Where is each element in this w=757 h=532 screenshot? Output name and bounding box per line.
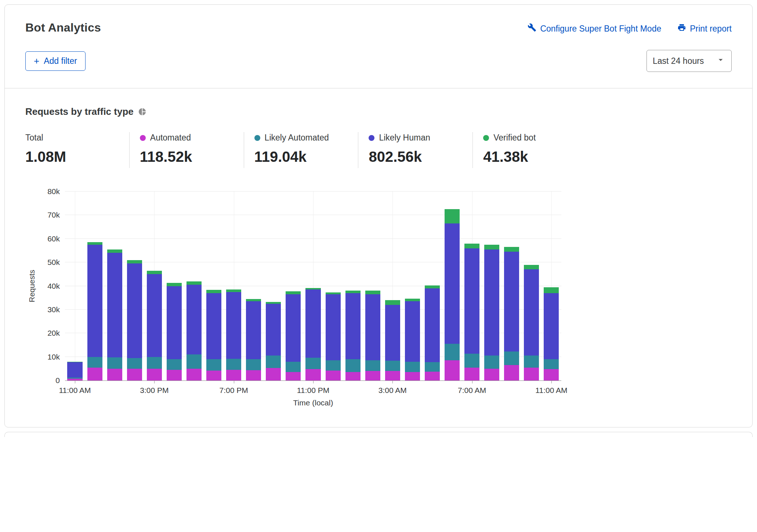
bar-segment-verified-bot: [405, 299, 420, 302]
stacked-bar[interactable]: [127, 192, 142, 380]
stat-automated: Automated118.52k: [129, 132, 244, 168]
bar-slot: [482, 192, 502, 380]
plus-icon: +: [34, 57, 39, 65]
bar-slot: [85, 192, 105, 380]
stat-value: 119.04k: [254, 149, 358, 165]
bar-segment-likely-automated: [464, 354, 479, 367]
stacked-bar[interactable]: [365, 192, 380, 380]
bar-slot: [224, 192, 244, 380]
bar-slot: [383, 192, 402, 380]
stat-total: Total1.08M: [25, 132, 129, 168]
stacked-bar[interactable]: [286, 192, 301, 380]
bar-segment-likely-human: [425, 288, 440, 362]
bar-segment-likely-automated: [484, 356, 499, 368]
bar-segment-likely-automated: [186, 354, 202, 369]
stacked-bar[interactable]: [186, 192, 202, 380]
stacked-bar[interactable]: [405, 192, 420, 380]
print-report-link[interactable]: Print report: [677, 23, 732, 34]
time-range-select[interactable]: Last 24 hours: [646, 50, 732, 72]
y-tick-label: 40k: [47, 282, 60, 291]
bar-segment-verified-bot: [186, 281, 202, 285]
bar-segment-automated: [524, 368, 539, 380]
stacked-bar[interactable]: [266, 192, 281, 380]
stacked-bar[interactable]: [345, 192, 361, 380]
y-tick-label: 30k: [47, 305, 60, 314]
stacked-bar[interactable]: [524, 192, 539, 380]
bar-segment-likely-automated: [266, 356, 281, 368]
add-filter-button[interactable]: + Add filter: [25, 51, 86, 71]
bar-segment-automated: [504, 365, 519, 380]
bar-segment-automated: [464, 368, 479, 380]
next-card-stub: [4, 432, 753, 437]
stacked-bar[interactable]: [385, 192, 400, 380]
wrench-icon: [528, 23, 536, 34]
bar-segment-likely-human: [405, 301, 420, 361]
bar-segment-likely-automated: [524, 356, 539, 367]
bar-segment-verified-bot: [286, 291, 301, 294]
bar-segment-likely-human: [524, 269, 539, 356]
stacked-bar[interactable]: [167, 192, 182, 380]
legend-dot: [254, 135, 260, 141]
bar-segment-likely-human: [246, 301, 261, 359]
x-tick-label: 11:00 AM: [535, 386, 567, 395]
bar-segment-likely-human: [544, 293, 559, 359]
x-tick-mark: [551, 381, 552, 383]
bar-segment-verified-bot: [484, 245, 499, 249]
bar-segment-automated: [147, 369, 162, 380]
y-tick-label: 70k: [47, 211, 60, 219]
stacked-bar[interactable]: [544, 192, 559, 380]
bar-segment-likely-automated: [425, 362, 440, 372]
legend-dot: [483, 135, 489, 141]
bar-segment-likely-human: [127, 263, 142, 358]
bar-segment-automated: [167, 370, 182, 380]
y-tick-label: 50k: [47, 258, 60, 267]
stacked-bar[interactable]: [147, 192, 162, 380]
bar-segment-likely-human: [365, 294, 380, 360]
bar-segment-likely-human: [67, 362, 82, 378]
bar-segment-automated: [405, 372, 420, 380]
bar-segment-automated: [246, 370, 261, 380]
stacked-bar[interactable]: [504, 192, 519, 380]
bar-segment-automated: [67, 379, 82, 380]
x-tick-label: 11:00 PM: [297, 386, 329, 395]
bar-segment-automated: [326, 371, 341, 380]
bar-segment-likely-automated: [365, 360, 380, 371]
y-axis-title: Requests: [25, 192, 36, 381]
stacked-bar[interactable]: [246, 192, 261, 380]
bar-segment-likely-human: [385, 305, 400, 361]
bar-segment-likely-human: [226, 292, 241, 359]
y-tick-label: 0: [55, 376, 60, 385]
bar-segment-verified-bot: [147, 271, 162, 274]
legend-dot: [140, 135, 146, 141]
printer-icon: [677, 23, 686, 34]
stacked-bar[interactable]: [445, 192, 460, 380]
stacked-bar[interactable]: [425, 192, 440, 380]
stacked-bar[interactable]: [107, 192, 122, 380]
bar-slot: [422, 192, 442, 380]
x-axis-labels: 11:00 AM3:00 PM7:00 PM11:00 PM3:00 AM7:0…: [65, 381, 561, 396]
bar-segment-likely-human: [484, 249, 499, 356]
stacked-bar[interactable]: [326, 192, 341, 380]
bar-segment-automated: [484, 369, 499, 380]
bar-segment-verified-bot: [445, 209, 460, 223]
bar-segment-automated: [226, 370, 241, 380]
stacked-bar[interactable]: [305, 192, 320, 380]
configure-super-bot-fight-mode-link[interactable]: Configure Super Bot Fight Mode: [528, 23, 661, 34]
bar-slot: [283, 192, 303, 380]
bar-segment-automated: [365, 371, 380, 380]
stacked-bar[interactable]: [484, 192, 499, 380]
stacked-bar[interactable]: [67, 192, 82, 380]
stat-verified-bot: Verified bot41.38k: [472, 132, 587, 168]
stacked-bar[interactable]: [87, 192, 102, 380]
y-tick-label: 20k: [47, 329, 60, 338]
bar-segment-likely-human: [87, 245, 102, 357]
y-tick-label: 60k: [47, 234, 60, 243]
bar-segment-likely-human: [305, 289, 320, 358]
stacked-bar[interactable]: [464, 192, 479, 380]
stacked-bar[interactable]: [226, 192, 241, 380]
bar-slot: [442, 192, 462, 380]
stacked-bar[interactable]: [206, 192, 221, 380]
bar-segment-likely-automated: [504, 351, 519, 365]
bar-slot: [522, 192, 542, 380]
bars-layer: [65, 192, 561, 380]
